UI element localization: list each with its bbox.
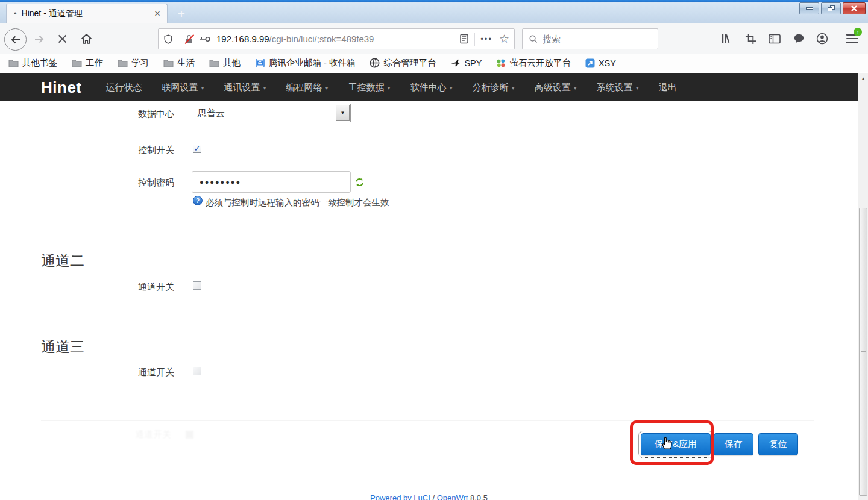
account-icon[interactable] xyxy=(816,32,829,45)
bookmark-star-icon[interactable]: ☆ xyxy=(499,32,509,46)
bookmark-tencent-mail[interactable]: 腾讯企业邮箱 - 收件箱 xyxy=(255,57,355,69)
nav-item-industrial-data[interactable]: 工控数据▾ xyxy=(348,82,391,93)
restore-icon xyxy=(828,5,835,11)
window-controls xyxy=(799,2,866,14)
bookmark-folder-life[interactable]: 生活 xyxy=(163,57,195,69)
stop-button[interactable] xyxy=(57,34,68,44)
tab-title: Hinet - 通道管理 xyxy=(22,8,153,19)
nav-item-system-settings[interactable]: 系统设置▾ xyxy=(597,82,639,93)
reader-mode-icon[interactable] xyxy=(459,34,469,44)
channel2-switch-label: 通道开关 xyxy=(138,281,174,293)
scrollbar-thumb[interactable] xyxy=(859,208,867,496)
search-input[interactable] xyxy=(542,34,645,44)
search-box[interactable] xyxy=(522,28,658,49)
bookmark-spy[interactable]: SPY xyxy=(450,58,482,68)
stop-x-icon xyxy=(57,34,68,44)
tab-bar: • Hinet - 通道管理 × + xyxy=(0,2,868,23)
reset-button[interactable]: 复位 xyxy=(758,433,798,455)
insecure-lock-icon[interactable] xyxy=(184,34,195,45)
folder-icon xyxy=(163,59,174,67)
chevron-down-icon: ▾ xyxy=(326,84,329,91)
menu-hamburger-icon[interactable]: ↑ xyxy=(846,32,859,45)
browser-window: • Hinet - 通道管理 × + xyxy=(0,0,868,500)
data-center-value: 思普云 xyxy=(198,108,225,118)
chevron-down-icon: ▾ xyxy=(450,84,453,91)
control-password-field[interactable] xyxy=(192,171,351,193)
close-button[interactable] xyxy=(843,2,866,14)
url-fade xyxy=(426,34,454,44)
home-icon xyxy=(80,33,93,45)
data-center-select[interactable]: 思普云 ▼ xyxy=(192,104,351,122)
divider xyxy=(474,33,475,46)
bookmark-ezviz-open-platform[interactable]: 萤石云开放平台 xyxy=(496,57,571,69)
back-arrow-icon xyxy=(10,34,22,46)
bookmark-folder-work[interactable]: 工作 xyxy=(72,57,103,69)
ezviz-dots-icon xyxy=(496,58,506,68)
nav-item-run-status[interactable]: 运行状态 xyxy=(106,82,142,93)
tab-state-dot: • xyxy=(14,9,17,18)
folder-icon xyxy=(8,59,19,67)
scrollbar-up-arrow[interactable]: ▲ xyxy=(858,75,868,83)
nav-item-software-center[interactable]: 软件中心▾ xyxy=(410,82,453,93)
saved-login-key-icon[interactable] xyxy=(199,34,211,45)
help-icon: ? xyxy=(193,196,203,205)
nav-item-logout[interactable]: 退出 xyxy=(659,82,677,93)
globe-icon xyxy=(370,58,380,68)
password-reset-refresh-icon[interactable] xyxy=(354,177,365,187)
control-switch-checkbox[interactable]: ✓ xyxy=(193,145,201,153)
bookmark-admin-platform[interactable]: 综合管理平台 xyxy=(370,57,436,69)
section-title-channel-2: 通道二 xyxy=(41,251,84,270)
select-dropdown-button[interactable]: ▼ xyxy=(336,105,350,121)
nav-item-advanced-settings[interactable]: 高级设置▾ xyxy=(535,82,577,93)
tencent-mail-icon xyxy=(255,58,265,67)
footer-link[interactable]: Powered by LuCI xyxy=(370,493,430,500)
mouse-cursor-icon xyxy=(659,435,673,450)
tab-close-icon[interactable]: × xyxy=(153,8,162,19)
nav-item-programming-network[interactable]: 编程网络▾ xyxy=(286,82,329,93)
update-badge: ↑ xyxy=(854,28,862,36)
nav-item-analysis-diagnosis[interactable]: 分析诊断▾ xyxy=(473,82,515,93)
divider xyxy=(41,420,814,421)
bookmark-xsy[interactable]: XSY xyxy=(585,58,616,68)
save-apply-button[interactable]: 保存&应用 xyxy=(641,433,711,455)
divider xyxy=(838,32,838,45)
control-password-label: 控制密码 xyxy=(138,177,174,189)
channel2-switch-checkbox[interactable] xyxy=(193,281,201,290)
home-button[interactable] xyxy=(80,33,93,45)
chevron-down-icon: ▾ xyxy=(512,84,515,91)
bookmark-folder-study[interactable]: 学习 xyxy=(118,57,149,69)
divider xyxy=(178,33,178,46)
folder-icon xyxy=(209,59,219,67)
url-host: 192.168.9.99 xyxy=(216,34,269,44)
channel3-switch-checkbox[interactable] xyxy=(193,367,201,375)
password-hint-text: 必须与控制时远程输入的密码一致控制才会生效 xyxy=(206,197,389,208)
forward-button[interactable] xyxy=(33,33,45,45)
search-icon xyxy=(529,34,538,43)
tracking-shield-icon[interactable] xyxy=(163,34,173,44)
page-footer: Powered by LuCI / OpenWrt 8.0.5 xyxy=(0,493,858,500)
messages-bubble-icon[interactable] xyxy=(792,32,805,45)
url-bar[interactable]: 192.168.9.99/cgi-bin/luci/;stok=489fe39 … xyxy=(158,28,515,49)
nav-item-comm-settings[interactable]: 通讯设置▾ xyxy=(224,82,266,93)
minimize-button[interactable] xyxy=(799,2,819,14)
footer-link[interactable]: OpenWrt xyxy=(437,493,468,500)
control-switch-label: 控制开关 xyxy=(138,145,174,156)
page-actions-icon[interactable]: ••• xyxy=(480,34,492,43)
back-button[interactable] xyxy=(4,28,27,51)
nav-item-network-settings[interactable]: 联网设置▾ xyxy=(162,82,204,93)
site-logo[interactable]: Hinet xyxy=(41,78,82,97)
site-nav-bar: Hinet 运行状态 联网设置▾ 通讯设置▾ 编程网络▾ 工控数据▾ 软件中心▾… xyxy=(0,73,858,101)
new-tab-button[interactable]: + xyxy=(174,6,189,22)
browser-tab[interactable]: • Hinet - 通道管理 × xyxy=(6,4,168,23)
bookmark-folder-misc[interactable]: 其他 xyxy=(209,57,241,69)
bookmark-folder-other-bookmarks[interactable]: 其他书签 xyxy=(8,57,57,69)
sidebar-icon[interactable] xyxy=(768,32,781,45)
restore-button[interactable] xyxy=(821,2,841,14)
control-password-input[interactable] xyxy=(200,178,338,186)
scrollbar[interactable]: ▲ xyxy=(858,73,868,500)
folder-icon xyxy=(72,59,82,67)
save-button[interactable]: 保存 xyxy=(714,433,753,455)
chevron-down-icon: ▾ xyxy=(263,84,266,91)
screenshot-crop-icon[interactable] xyxy=(744,32,757,45)
library-icon[interactable] xyxy=(720,32,733,45)
